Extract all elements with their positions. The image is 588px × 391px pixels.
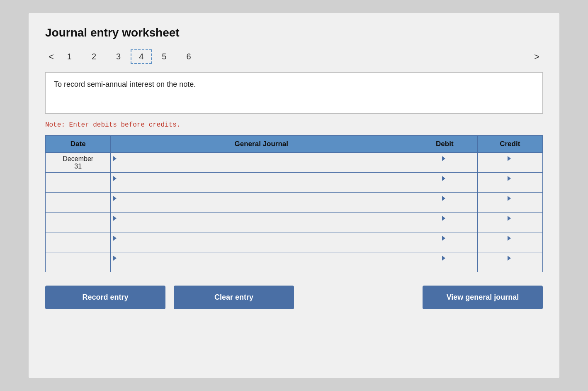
prev-arrow[interactable]: < (45, 50, 57, 64)
page-5[interactable]: 5 (152, 50, 176, 63)
debit-cell-3[interactable] (412, 193, 477, 213)
journal-cell-2[interactable] (111, 173, 412, 193)
arrow-icon-credit-3 (508, 196, 511, 201)
page-3[interactable]: 3 (106, 50, 131, 63)
page-6[interactable]: 6 (176, 50, 201, 63)
table-row (46, 193, 543, 213)
clear-entry-button[interactable]: Clear entry (174, 286, 294, 309)
debit-input-5[interactable] (415, 242, 474, 250)
table-row (46, 252, 543, 272)
credit-input-1[interactable] (480, 162, 540, 171)
description-box: To record semi-annual interest on the no… (45, 72, 543, 114)
credit-cell-4[interactable] (477, 213, 542, 232)
debit-cell-2[interactable] (412, 173, 477, 193)
journal-input-3[interactable] (113, 202, 409, 210)
header-journal: General Journal (111, 136, 412, 153)
arrow-icon-1 (113, 156, 117, 161)
journal-cell-1[interactable] (111, 153, 412, 173)
debit-cell-6[interactable] (412, 252, 477, 272)
debit-input-3[interactable] (415, 202, 474, 210)
arrow-icon-credit-5 (508, 236, 511, 241)
debit-input-1[interactable] (415, 162, 474, 171)
page-4-active[interactable]: 4 (131, 49, 152, 64)
journal-table: Date General Journal Debit Credit Decemb… (45, 135, 543, 272)
header-credit: Credit (477, 136, 542, 153)
main-container: Journal entry worksheet < 1 2 3 4 5 6 > … (29, 13, 559, 378)
page-title: Journal entry worksheet (45, 26, 543, 39)
arrow-icon-debit-5 (442, 236, 445, 241)
debit-input-2[interactable] (415, 182, 474, 191)
arrow-icon-2 (113, 176, 117, 181)
arrow-icon-6 (113, 256, 117, 261)
credit-cell-3[interactable] (477, 193, 542, 213)
table-row (46, 213, 543, 232)
next-arrow[interactable]: > (531, 50, 543, 64)
debit-cell-4[interactable] (412, 213, 477, 232)
arrow-icon-credit-1 (508, 156, 511, 161)
arrow-icon-debit-4 (442, 216, 445, 221)
debit-cell-1[interactable] (412, 153, 477, 173)
journal-input-4[interactable] (113, 222, 409, 230)
credit-input-3[interactable] (480, 202, 540, 210)
credit-cell-2[interactable] (477, 173, 542, 193)
pagination: < 1 2 3 4 5 6 > (45, 49, 543, 64)
arrow-icon-3 (113, 196, 117, 201)
arrow-icon-credit-4 (508, 216, 511, 221)
journal-cell-4[interactable] (111, 213, 412, 232)
debit-input-6[interactable] (415, 261, 474, 270)
credit-input-5[interactable] (480, 242, 540, 250)
page-1[interactable]: 1 (57, 50, 82, 63)
record-entry-button[interactable]: Record entry (45, 286, 165, 309)
view-general-journal-button[interactable]: View general journal (423, 286, 543, 309)
journal-input-6[interactable] (113, 261, 409, 270)
credit-cell-1[interactable] (477, 153, 542, 173)
debit-cell-5[interactable] (412, 232, 477, 252)
credit-cell-6[interactable] (477, 252, 542, 272)
credit-input-4[interactable] (480, 222, 540, 230)
date-cell-3 (46, 193, 111, 213)
buttons-row: Record entry Clear entry View general jo… (45, 286, 543, 309)
date-cell-2 (46, 173, 111, 193)
arrow-icon-debit-2 (442, 176, 445, 181)
debit-input-4[interactable] (415, 222, 474, 230)
credit-cell-5[interactable] (477, 232, 542, 252)
credit-input-2[interactable] (480, 182, 540, 191)
note-text: Note: Enter debits before credits. (45, 121, 543, 129)
journal-input-1[interactable] (113, 162, 409, 171)
date-cell-1: December31 (46, 153, 111, 173)
journal-cell-3[interactable] (111, 193, 412, 213)
date-cell-5 (46, 232, 111, 252)
arrow-icon-debit-3 (442, 196, 445, 201)
page-2[interactable]: 2 (82, 50, 106, 63)
date-cell-6 (46, 252, 111, 272)
journal-input-5[interactable] (113, 242, 409, 250)
credit-input-6[interactable] (480, 261, 540, 270)
arrow-icon-debit-6 (442, 256, 445, 261)
table-row (46, 173, 543, 193)
journal-input-2[interactable] (113, 182, 409, 191)
table-row (46, 232, 543, 252)
arrow-icon-debit-1 (442, 156, 445, 161)
date-cell-4 (46, 213, 111, 232)
arrow-icon-credit-6 (508, 256, 511, 261)
header-date: Date (46, 136, 111, 153)
arrow-icon-5 (113, 236, 117, 241)
arrow-icon-4 (113, 216, 117, 221)
table-row: December31 (46, 153, 543, 173)
journal-cell-5[interactable] (111, 232, 412, 252)
journal-cell-6[interactable] (111, 252, 412, 272)
arrow-icon-credit-2 (508, 176, 511, 181)
header-debit: Debit (412, 136, 477, 153)
description-text: To record semi-annual interest on the no… (54, 80, 196, 88)
